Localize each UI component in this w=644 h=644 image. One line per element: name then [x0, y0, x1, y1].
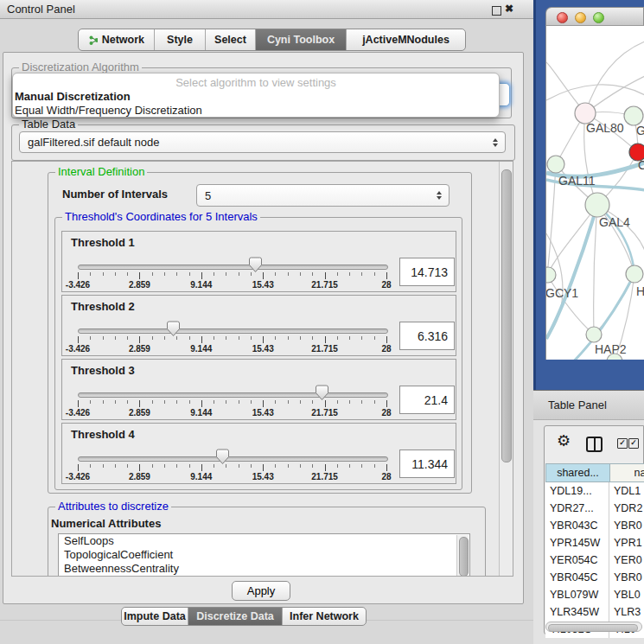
table-row[interactable]: YDR27...YDR2 [545, 500, 644, 517]
apply-button[interactable]: Apply [232, 581, 290, 601]
network-node[interactable] [626, 265, 643, 283]
column-header-shared[interactable]: shared... [545, 463, 609, 482]
table-row[interactable]: YPR145WYPR1 [545, 534, 644, 552]
network-edge[interactable] [585, 41, 644, 113]
table-row[interactable]: YLR345WYLR3 [545, 603, 644, 621]
major-tick [201, 336, 202, 343]
close-traffic-light[interactable] [557, 12, 568, 23]
table-row[interactable]: YER054CYER0 [545, 552, 644, 569]
table-hscrollbar-thumb[interactable] [548, 624, 638, 632]
network-canvas[interactable]: GAL80GCGAL11GAL4GCY1HHAP2 [545, 26, 644, 360]
network-node[interactable] [624, 106, 643, 125]
minor-tick [361, 272, 362, 276]
network-edge[interactable] [594, 205, 597, 335]
table-hscrollbar[interactable] [545, 622, 642, 632]
table-row[interactable]: YBR045CYBR0 [545, 569, 644, 586]
threshold-value-field[interactable]: 6.316 [399, 322, 455, 350]
attribute-list-item[interactable]: TopologicalCoefficient [59, 548, 469, 562]
minor-tick [115, 336, 116, 340]
slider-track[interactable] [78, 456, 388, 462]
tick-label: 21.715 [311, 408, 338, 418]
slider-track[interactable] [78, 328, 388, 334]
major-tick [201, 464, 202, 471]
slider-track[interactable] [78, 265, 388, 270]
settings-scrollbar-thumb[interactable] [501, 169, 512, 462]
float-window-icon[interactable] [492, 6, 501, 16]
tick-label: 9.144 [190, 408, 212, 418]
tab-network[interactable]: Network [79, 29, 155, 50]
node-label: GAL11 [558, 174, 596, 188]
column-chooser-icon[interactable] [586, 437, 603, 452]
minor-tick [300, 464, 301, 468]
table-data-combobox[interactable]: galFiltered.sif default node [19, 131, 506, 153]
table-cell-shared: YBR043C [545, 517, 609, 534]
threshold-value-field[interactable]: 11.344 [399, 450, 455, 478]
table-cell-shared: YPR145W [545, 534, 609, 552]
minimize-traffic-light[interactable] [575, 12, 586, 23]
major-tick [139, 400, 140, 407]
major-tick [263, 272, 264, 279]
minor-tick [312, 336, 313, 340]
slider-track[interactable] [78, 392, 388, 398]
threshold-value-field[interactable]: 14.713 [399, 258, 455, 286]
tab-label: jActiveMNodules [362, 34, 450, 46]
minor-tick [103, 400, 104, 404]
checkbox-icon[interactable]: ✓ [617, 438, 628, 449]
threshold-value-field[interactable]: 21.4 [399, 386, 455, 414]
minor-tick [300, 272, 301, 276]
network-node-gcy1[interactable] [546, 267, 556, 283]
minor-tick [115, 464, 116, 468]
node-label: H [636, 284, 644, 298]
minor-tick [214, 336, 214, 340]
tab-discretize-data[interactable]: Discretize Data [188, 608, 283, 625]
slider-thumb[interactable] [315, 385, 329, 401]
network-node-gal11[interactable] [547, 156, 564, 173]
minor-tick [226, 272, 226, 276]
attribute-list-item[interactable]: BetweennessCentrality [59, 562, 469, 576]
tab-infer-network[interactable]: Infer Network [283, 608, 366, 625]
close-panel-icon[interactable]: ✖ [505, 3, 513, 15]
algorithm-option[interactable]: Equal Width/Frequency Discretization [13, 104, 499, 118]
slider-thumb[interactable] [166, 321, 181, 337]
minor-tick [176, 464, 177, 468]
tick-label: 15.43 [252, 472, 274, 481]
control-panel-titlebar: Control Panel [0, 0, 533, 19]
table-row[interactable]: YDL19...YDL1 [545, 482, 644, 500]
attribute-list-item[interactable]: SelfLoops [59, 534, 469, 548]
minor-tick [337, 272, 338, 276]
slider-thumb[interactable] [248, 257, 263, 273]
minor-tick [214, 464, 214, 468]
number-of-intervals-combobox[interactable]: 5 [196, 184, 450, 207]
zoom-traffic-light[interactable] [593, 12, 604, 23]
network-edge[interactable] [546, 85, 644, 100]
algorithm-option[interactable]: Manual Discretization [13, 90, 499, 104]
minor-tick [152, 464, 153, 468]
checkbox-icon[interactable]: ✓ [628, 438, 639, 449]
slider-thumb[interactable] [215, 449, 230, 465]
list-scrollbar[interactable] [456, 535, 469, 577]
tick-label: -3.426 [66, 280, 90, 290]
list-scrollbar-thumb[interactable] [459, 537, 469, 577]
network-window-titlebar[interactable] [545, 7, 644, 26]
tab-jactivemnodules[interactable]: jActiveMNodules [347, 29, 465, 50]
network-node-hap2[interactable] [586, 327, 602, 342]
tick-label: 15.43 [252, 344, 274, 354]
minor-tick [189, 464, 190, 468]
tab-cyni-toolbox[interactable]: Cyni Toolbox [256, 29, 347, 50]
tab-select[interactable]: Select [206, 29, 256, 50]
minor-tick [214, 272, 214, 276]
numerical-attributes-list[interactable]: SelfLoopsTopologicalCoefficientBetweenne… [58, 533, 470, 577]
table-cell-name: YBR0 [609, 569, 644, 586]
tab-style[interactable]: Style [155, 29, 206, 50]
table-row[interactable]: YBL079WYBL0 [545, 586, 644, 603]
settings-scrollbar[interactable] [499, 162, 513, 576]
settings-gear-icon[interactable]: ⚙ [557, 433, 571, 449]
column-header-name[interactable]: na [609, 463, 644, 482]
network-node-gal4[interactable] [585, 193, 609, 217]
table-row[interactable]: YBR043CYBR0 [545, 517, 644, 534]
tab-impute-data[interactable]: Impute Data [122, 608, 188, 625]
table-cell-name: YLR3 [609, 603, 644, 621]
network-edge[interactable] [547, 205, 597, 275]
minor-tick [312, 464, 313, 468]
tick-label: -3.426 [66, 344, 90, 354]
